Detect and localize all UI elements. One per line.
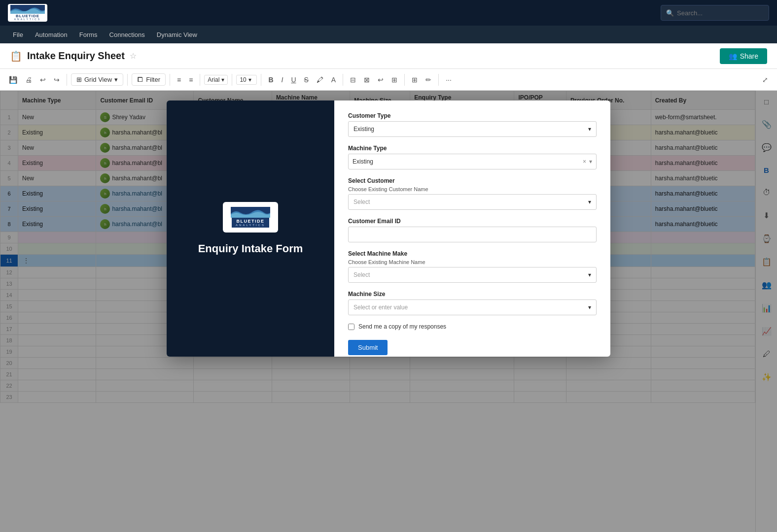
highlight-color-button[interactable]: 🖍 [314,74,326,86]
h-align-button[interactable]: ⊟ [347,74,359,86]
machine-size-arrow-icon: ▾ [588,304,591,311]
form-title: Enquiry Intake Form [198,242,303,255]
logo-wave-icon [10,5,45,14]
machine-make-label: Select Machine Make [348,250,597,257]
form-logo-box: BLUETIDE ANALYTICS [223,202,278,233]
share-button[interactable]: 👥 Share [720,48,767,64]
customer-type-select[interactable]: Existing ▾ [348,121,597,137]
menu-automation[interactable]: Automation [30,29,72,40]
toolbar-sep-5 [232,74,232,86]
redo-icon[interactable]: ↪ [51,74,63,86]
toolbar: 💾 🖨 ↩ ↪ ⊞ Grid View ▾ ⧠ Filter ≡ ≡ Arial… [0,69,777,91]
wrap-button[interactable]: ↩ [375,74,387,86]
form-logo-analytics: ANALYTICS [236,224,265,227]
toolbar-sep-7 [343,74,343,86]
filter-button[interactable]: ⧠ Filter [132,73,166,86]
filter-label: Filter [146,76,160,83]
table-button[interactable]: ⊞ [409,74,421,86]
font-selector[interactable]: Arial ▾ [204,75,228,85]
view-label: Grid View [84,76,112,83]
form-logo-text: BLUETIDE [237,219,265,224]
search-bar[interactable]: 🔍 [661,5,769,21]
v-align-button[interactable]: ⊠ [361,74,373,86]
strikethrough-button[interactable]: S [301,74,312,86]
machine-size-group: Machine Size Select or enter value ▾ [348,291,597,315]
chevron-down-icon: ▾ [114,76,118,83]
save-icon[interactable]: 💾 [6,74,20,86]
size-chevron-icon: ▾ [248,76,251,83]
share-label: Share [740,52,758,60]
menu-forms[interactable]: Forms [74,29,103,40]
customer-type-arrow-icon: ▾ [588,126,591,133]
select-customer-group: Select Customer Choose Existing Customer… [348,177,597,210]
expand-icon[interactable]: ⤢ [759,74,771,86]
grid-icon: ⊞ [76,76,82,83]
menu-connections[interactable]: Connections [105,29,150,40]
customer-email-input[interactable] [348,227,597,242]
font-chevron-icon: ▾ [221,76,224,83]
machine-size-placeholder: Select or enter value [353,304,408,311]
edit-button[interactable]: ✏ [423,74,434,86]
search-input[interactable] [677,9,764,17]
menu-dynamic-view[interactable]: Dynamic View [152,29,202,40]
machine-make-sublabel: Choose Existing Machine Name [348,259,597,265]
bold-button[interactable]: B [265,74,276,86]
italic-button[interactable]: I [279,74,286,86]
top-navigation: BLUETIDE ANALYTICS 🔍 [0,0,777,26]
font-size-value: 10 [240,76,246,83]
machine-size-label: Machine Size [348,291,597,298]
form-modal-right[interactable]: Customer Type Existing ▾ Machine Type Ex… [334,100,610,357]
toolbar-sep-2 [127,74,128,86]
align-right-icon[interactable]: ≡ [186,74,196,86]
machine-type-value: Existing [353,158,373,165]
select-customer-sublabel: Choose Existing Customer Name [348,186,597,192]
modal-backdrop[interactable]: BLUETIDE ANALYTICS Enquiry Intake Form C… [0,91,777,532]
form-modal: BLUETIDE ANALYTICS Enquiry Intake Form C… [167,100,610,357]
copy-checkbox-row: Send me a copy of my responses [348,323,597,330]
grid-view-button[interactable]: ⊞ Grid View ▾ [71,73,123,86]
sheet-title: Intake Enquiry Sheet [27,50,125,62]
machine-type-select[interactable]: Existing × ▾ [348,154,597,169]
toolbar-sep-4 [200,74,200,86]
toolbar-sep-6 [261,74,261,86]
share-icon: 👥 [729,52,737,60]
machine-make-dropdown[interactable]: Select ▾ [348,267,597,283]
favorite-icon[interactable]: ☆ [130,51,137,61]
select-customer-dropdown[interactable]: Select ▾ [348,194,597,210]
toolbar-sep-1 [67,74,67,86]
main-area: Machine Type Customer Email ID Customer … [0,91,777,532]
font-name: Arial [208,76,219,83]
customer-type-label: Customer Type [348,112,597,119]
machine-size-select[interactable]: Select or enter value ▾ [348,299,597,315]
more-options-button[interactable]: ··· [443,74,455,86]
select-customer-arrow-icon: ▾ [588,199,591,205]
machine-make-arrow-icon: ▾ [588,271,591,278]
merge-button[interactable]: ⊞ [388,74,400,86]
machine-type-clear-icon[interactable]: × [583,158,586,165]
toolbar-sep-9 [438,74,439,86]
machine-type-arrow-icon: ▾ [589,158,592,165]
undo-icon[interactable]: ↩ [37,74,49,86]
underline-button[interactable]: U [288,74,299,86]
toolbar-sep-3 [170,74,170,86]
copy-checkbox[interactable] [348,324,354,330]
menu-file[interactable]: File [8,29,28,40]
align-left-icon[interactable]: ≡ [174,74,184,86]
form-logo-wave [231,207,270,218]
machine-type-group: Machine Type Existing × ▾ [348,145,597,169]
sheet-icon: 📋 [10,50,22,62]
font-size-selector[interactable]: 10 ▾ [236,75,257,85]
title-bar: 📋 Intake Enquiry Sheet ☆ 👥 Share [0,43,777,69]
submit-button[interactable]: Submit [348,340,388,355]
customer-type-value: Existing [353,126,374,133]
form-modal-left: BLUETIDE ANALYTICS Enquiry Intake Form [167,100,334,357]
machine-make-group: Select Machine Make Choose Existing Mach… [348,250,597,283]
select-customer-placeholder: Select [353,199,370,205]
print-icon[interactable]: 🖨 [22,74,35,86]
toolbar-sep-8 [404,74,405,86]
text-color-button[interactable]: A [328,74,339,86]
title-area: 📋 Intake Enquiry Sheet ☆ [10,50,137,62]
logo: BLUETIDE ANALYTICS [8,4,47,22]
customer-type-group: Customer Type Existing ▾ [348,112,597,137]
customer-email-label: Customer Email ID [348,218,597,225]
